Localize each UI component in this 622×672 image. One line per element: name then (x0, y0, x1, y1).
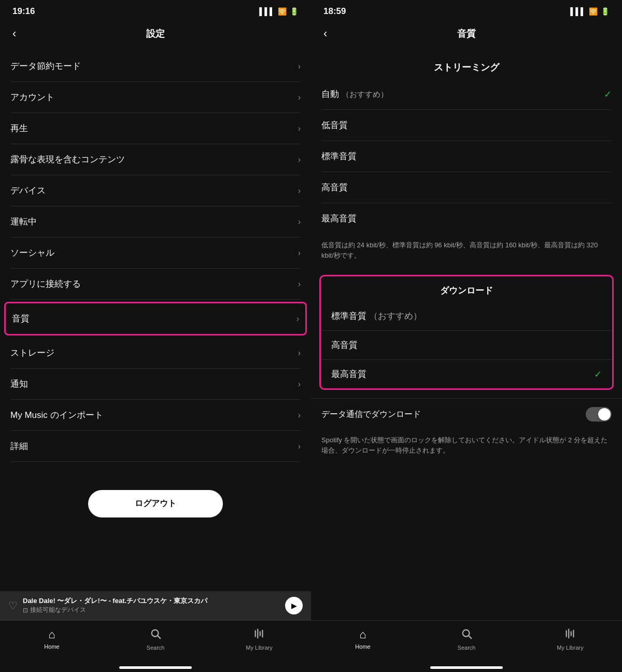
streaming-quality-list: 自動 （おすすめ） ✓ 低音質 標準音質 高音質 最高音質 (311, 79, 622, 234)
settings-item-label: 音質 (12, 313, 30, 325)
settings-item-audio-quality[interactable]: 音質 › (4, 302, 307, 335)
home-indicator-left (119, 666, 192, 669)
status-icons-right: ▌▌▌ 🛜 🔋 (570, 7, 610, 16)
download-header: ダウンロード (321, 276, 612, 302)
battery-icon: 🔋 (290, 7, 299, 16)
quality-label: 標準音質 (321, 150, 357, 162)
tab-label-library: My Library (557, 645, 583, 651)
download-label: 高音質 (331, 339, 358, 351)
tab-bar-right: ⌂ Home Search My Library (311, 620, 622, 666)
back-button-left[interactable]: ‹ (10, 25, 18, 43)
page-header-right: ‹ 音質 (311, 21, 622, 51)
device-icon: ⊡ (23, 607, 28, 614)
left-phone-panel: 19:16 ▌▌▌ 🛜 🔋 ‹ 設定 データ節約モード › アカウント › 再生… (0, 0, 311, 672)
tab-home-left[interactable]: ⌂ Home (0, 625, 104, 654)
tab-label-home: Home (355, 643, 370, 650)
svg-line-7 (469, 636, 471, 638)
heart-icon[interactable]: ♡ (8, 599, 18, 612)
quality-label: 低音質 (321, 119, 348, 131)
data-download-toggle-row: データ通信でダウンロード (311, 398, 622, 430)
settings-item-data-saving[interactable]: データ節約モード › (10, 51, 301, 82)
status-time-left: 19:16 (12, 6, 35, 17)
download-quality-high[interactable]: 高音質 (321, 331, 612, 360)
status-bar-right: 18:59 ▌▌▌ 🛜 🔋 (311, 0, 622, 21)
tab-library-right[interactable]: My Library (518, 625, 622, 654)
chevron-icon: › (298, 62, 301, 71)
wifi-icon: 🛜 (589, 7, 598, 16)
tab-label-home: Home (44, 643, 59, 650)
toggle-knob (598, 408, 611, 421)
tab-search-right[interactable]: Search (415, 625, 518, 654)
chevron-icon: › (298, 442, 301, 451)
settings-item-import[interactable]: My Music のインポート › (10, 400, 301, 431)
chevron-icon: › (298, 124, 301, 133)
tab-search-left[interactable]: Search (104, 625, 207, 654)
quality-high[interactable]: 高音質 (321, 172, 612, 203)
settings-item-label: 詳細 (10, 440, 28, 452)
home-icon: ⌂ (48, 628, 55, 641)
chevron-icon: › (298, 186, 301, 195)
settings-list: データ節約モード › アカウント › 再生 › 露骨な表現を含むコンテンツ › … (0, 51, 311, 591)
now-playing-sub: ⊡ 接続可能なデバイス (23, 606, 207, 614)
settings-item-label: ストレージ (10, 347, 54, 359)
settings-item-label: 露骨な表現を含むコンテンツ (10, 153, 125, 165)
status-icons-left: ▌▌▌ 🛜 🔋 (259, 7, 299, 16)
settings-item-devices[interactable]: デバイス › (10, 175, 301, 206)
settings-item-driving[interactable]: 運転中 › (10, 206, 301, 237)
quality-highest[interactable]: 最高音質 (321, 203, 612, 234)
settings-item-label: アカウント (10, 91, 54, 103)
data-toggle-label: データ通信でダウンロード (321, 409, 421, 420)
back-button-right[interactable]: ‹ (321, 25, 329, 43)
spotify-note: Spotify を開いた状態で画面のロックを解除しておいてください。アイドル状態… (311, 430, 622, 464)
settings-item-playback[interactable]: 再生 › (10, 113, 301, 144)
home-indicator-right (430, 666, 503, 669)
quality-label: 高音質 (321, 181, 348, 193)
now-playing-bar: ♡ Dale Dale! 〜ダレ・ダレ!〜 - feat.チバユウスケ・東京スカ… (0, 591, 311, 620)
download-label: 標準音質 （おすすめ） (331, 310, 422, 322)
settings-item-details[interactable]: 詳細 › (10, 431, 301, 462)
chevron-icon: › (298, 248, 301, 258)
status-bar-left: 19:16 ▌▌▌ 🛜 🔋 (0, 0, 311, 21)
chevron-icon: › (298, 411, 301, 420)
quality-label: 最高音質 (321, 213, 357, 225)
quality-normal[interactable]: 標準音質 (321, 141, 612, 172)
now-playing-info: Dale Dale! 〜ダレ・ダレ!〜 - feat.チバユウスケ・東京スカパ … (23, 596, 207, 614)
settings-item-label: 再生 (10, 122, 28, 134)
download-label: 最高音質 (331, 368, 366, 380)
settings-item-label: アプリに接続する (10, 278, 81, 290)
quality-low[interactable]: 低音質 (321, 110, 612, 141)
search-icon (461, 628, 472, 642)
settings-item-label: ソーシャル (10, 247, 54, 259)
download-quality-highest[interactable]: 最高音質 ✓ (321, 360, 612, 388)
streaming-note: 低音質は約 24 kbit/秒、標準音質は約 96 kbit/秒、高音質は約 1… (311, 234, 622, 267)
settings-item-connect-apps[interactable]: アプリに接続する › (10, 269, 301, 300)
settings-item-social[interactable]: ソーシャル › (10, 237, 301, 269)
chevron-icon: › (298, 380, 301, 389)
tab-library-left[interactable]: My Library (207, 625, 311, 654)
download-quality-normal[interactable]: 標準音質 （おすすめ） (321, 302, 612, 331)
chevron-icon: › (298, 155, 301, 164)
chevron-icon: › (296, 314, 299, 324)
tab-label-library: My Library (246, 645, 272, 651)
settings-item-label: My Music のインポート (10, 409, 103, 421)
logout-button[interactable]: ログアウト (88, 490, 223, 517)
streaming-section-header: ストリーミング (311, 51, 622, 79)
settings-item-account[interactable]: アカウント › (10, 82, 301, 113)
check-icon: ✓ (604, 89, 612, 100)
wifi-icon: 🛜 (278, 7, 287, 16)
settings-item-storage[interactable]: ストレージ › (10, 338, 301, 369)
now-playing-left: ♡ Dale Dale! 〜ダレ・ダレ!〜 - feat.チバユウスケ・東京スカ… (8, 596, 207, 614)
status-time-right: 18:59 (323, 6, 346, 17)
settings-item-label: データ節約モード (10, 60, 81, 72)
quality-label: 自動 （おすすめ） (321, 88, 388, 100)
tab-home-right[interactable]: ⌂ Home (311, 625, 415, 654)
quality-auto[interactable]: 自動 （おすすめ） ✓ (321, 79, 612, 110)
play-button[interactable]: ▶ (285, 597, 303, 614)
settings-item-notifications[interactable]: 通知 › (10, 369, 301, 400)
data-toggle-switch[interactable] (586, 407, 612, 422)
settings-item-explicit[interactable]: 露骨な表現を含むコンテンツ › (10, 144, 301, 175)
now-playing-title: Dale Dale! 〜ダレ・ダレ!〜 - feat.チバユウスケ・東京スカパ (23, 596, 207, 606)
right-phone-panel: 18:59 ▌▌▌ 🛜 🔋 ‹ 音質 ストリーミング 自動 （おすすめ） ✓ 低… (311, 0, 622, 672)
check-icon: ✓ (594, 369, 602, 380)
search-icon (150, 628, 161, 642)
